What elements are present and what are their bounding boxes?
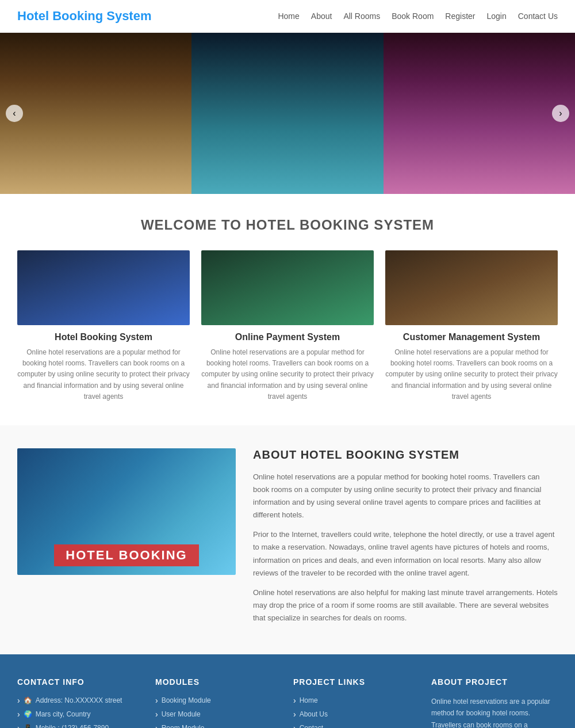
module-user[interactable]: User Module: [155, 710, 282, 719]
features-grid: Hotel Booking System Online hotel reserv…: [17, 250, 558, 402]
footer-links-list: Home About Us Contact Login Email Us: [293, 696, 420, 728]
about-para-3: Online hotel reservations are also helpf…: [253, 586, 558, 624]
footer-about-col: ABOUT PROJECT Online hotel reservations …: [431, 677, 558, 728]
feature-desc-2: Online hotel reservations are a popular …: [201, 347, 374, 402]
hero-panel-1: [0, 33, 191, 194]
about-image: HOTEL BOOKING: [17, 448, 236, 575]
home-icon: 🏠: [24, 696, 32, 704]
footer-contact-list: 🏠 Address: No.XXXXXX street 🌍 Mars city,…: [17, 696, 144, 728]
contact-address: 🏠 Address: No.XXXXXX street: [17, 696, 144, 705]
about-para-1: Online hotel reservations are a popular …: [253, 471, 558, 521]
carousel-prev-button[interactable]: ‹: [6, 105, 23, 122]
nav-about[interactable]: About: [311, 12, 332, 21]
about-section: HOTEL BOOKING ABOUT HOTEL BOOKING SYSTEM…: [0, 425, 575, 654]
welcome-section: WELCOME TO HOTEL BOOKING SYSTEM Hotel Bo…: [0, 194, 575, 425]
footer-modules-title: MODULES: [155, 677, 282, 687]
feature-card-3: Customer Management System Online hotel …: [385, 250, 558, 402]
footer-links-title: PROJECT LINKS: [293, 677, 420, 687]
about-para-2: Prior to the Internet, travellers could …: [253, 528, 558, 579]
nav-bookroom[interactable]: Book Room: [392, 12, 434, 21]
contact-mobile: 📱 Mobile : (123) 456-7890: [17, 723, 144, 728]
nav-register[interactable]: Register: [445, 12, 475, 21]
mobile-icon: 📱: [24, 724, 32, 728]
brand-logo[interactable]: Hotel Booking System: [17, 9, 152, 24]
navbar: Hotel Booking System Home About All Room…: [0, 0, 575, 33]
nav-allrooms[interactable]: All Rooms: [343, 12, 380, 21]
feature-title-1: Hotel Booking System: [17, 332, 190, 342]
footer-about-title: ABOUT PROJECT: [431, 677, 558, 687]
about-image-label: HOTEL BOOKING: [54, 544, 198, 566]
feature-card-1: Hotel Booking System Online hotel reserv…: [17, 250, 190, 402]
nav-contact[interactable]: Contact Us: [518, 12, 558, 21]
brand-text-2: Booking System: [52, 9, 151, 23]
feature-image-3: [385, 250, 558, 325]
footer-contact-title: CONTACT INFO: [17, 677, 144, 687]
nav-home[interactable]: Home: [278, 12, 299, 21]
about-title: ABOUT HOTEL BOOKING SYSTEM: [253, 448, 558, 462]
welcome-title: WELCOME TO HOTEL BOOKING SYSTEM: [17, 217, 558, 233]
nav-menu: Home About All Rooms Book Room Register …: [278, 12, 558, 21]
about-content: ABOUT HOTEL BOOKING SYSTEM Online hotel …: [253, 448, 558, 631]
hero-carousel: ‹ ›: [0, 33, 575, 194]
footer-about-text: Online hotel reservations are a popular …: [431, 696, 558, 728]
feature-image-2: [201, 250, 374, 325]
feature-title-3: Customer Management System: [385, 332, 558, 342]
footer-modules-list: Booking Module User Module Room Module L…: [155, 696, 282, 728]
contact-city: 🌍 Mars city, Country: [17, 710, 144, 719]
footer: CONTACT INFO 🏠 Address: No.XXXXXX street…: [0, 654, 575, 728]
footer-contact-col: CONTACT INFO 🏠 Address: No.XXXXXX street…: [17, 677, 144, 728]
feature-title-2: Online Payment System: [201, 332, 374, 342]
link-contact[interactable]: Contact: [293, 723, 420, 728]
feature-desc-1: Online hotel reservations are a popular …: [17, 347, 190, 402]
feature-card-2: Online Payment System Online hotel reser…: [201, 250, 374, 402]
feature-image-1: [17, 250, 190, 325]
link-home[interactable]: Home: [293, 696, 420, 705]
globe-icon: 🌍: [24, 710, 32, 718]
feature-desc-3: Online hotel reservations are a popular …: [385, 347, 558, 402]
footer-links-col: PROJECT LINKS Home About Us Contact Logi…: [293, 677, 420, 728]
module-room[interactable]: Room Module: [155, 723, 282, 728]
module-booking[interactable]: Booking Module: [155, 696, 282, 705]
hero-panel-3: [384, 33, 575, 194]
brand-text-1: Hotel: [17, 9, 52, 23]
nav-login[interactable]: Login: [486, 12, 506, 21]
footer-grid: CONTACT INFO 🏠 Address: No.XXXXXX street…: [17, 677, 558, 728]
link-about[interactable]: About Us: [293, 710, 420, 719]
carousel-next-button[interactable]: ›: [552, 105, 569, 122]
footer-modules-col: MODULES Booking Module User Module Room …: [155, 677, 282, 728]
hero-panel-2: [191, 33, 383, 194]
